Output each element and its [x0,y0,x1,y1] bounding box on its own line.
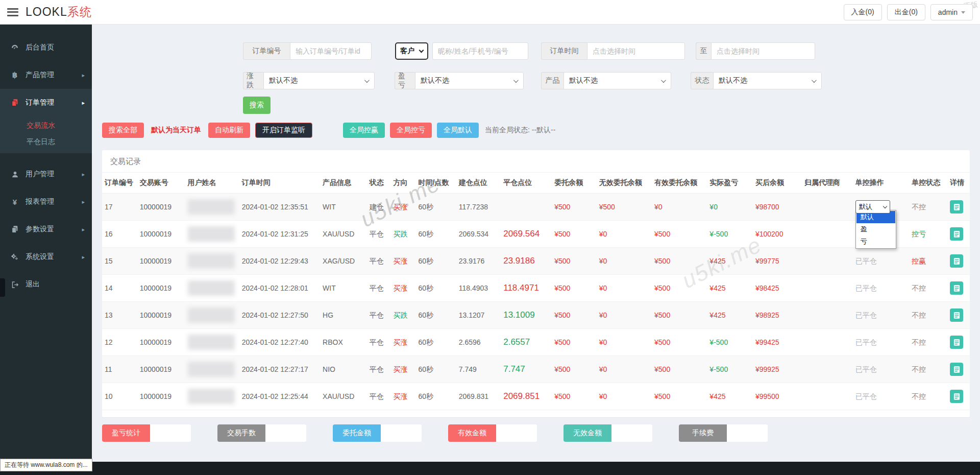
stats-row: 盈亏统计 交易手数 委托金额 有效金额 无效金额 手续费 [102,424,970,442]
col-actual-profit: 实际盈亏 [707,173,753,194]
cell-control-op: 已平仓 [853,329,909,356]
redacted-username [188,226,235,242]
redacted-username [188,362,235,377]
order-no-label: 订单编号 [243,42,290,60]
cell-product: XAG/USD [320,248,367,275]
cell-close-pos [501,194,552,221]
detail-button[interactable] [950,336,963,349]
sidebar-subitem-close-log[interactable]: 平仓日志 [0,135,92,153]
stat-invalid-value[interactable] [611,424,652,442]
profit-select[interactable]: 默认不选 [415,72,524,89]
bitcoin-icon: ฿ [10,70,19,80]
detail-button[interactable] [950,390,963,403]
side-panel-handle[interactable] [0,278,5,297]
cell-control-op: 已平仓 [853,302,909,329]
table-row: 10 10000019 2024-01-02 12:25:44 XAU/USD … [102,383,970,410]
stat-fee-value[interactable] [727,424,768,442]
time-from-input[interactable] [587,42,685,60]
stat-profit-label: 盈亏统计 [102,424,150,442]
chevron-down-icon [661,78,666,83]
global-lose-button[interactable]: 全局控亏 [390,123,432,138]
auto-refresh-button[interactable]: 自动刷新 [208,123,250,138]
gears-icon [10,252,19,262]
search-all-button[interactable]: 搜索全部 [102,123,144,138]
customer-input[interactable] [432,42,528,60]
cell-actual-profit: ¥425 [707,248,753,275]
stat-entrust-value[interactable] [381,424,422,442]
cell-after-balance: ¥98700 [753,194,802,221]
global-win-button[interactable]: 全局控赢 [343,123,385,138]
cell-status: 平仓 [367,275,391,302]
cell-invalid-entrust: ¥0 [597,275,652,302]
order-no-input[interactable] [290,42,372,60]
detail-button[interactable] [950,227,963,241]
detail-button[interactable] [950,363,963,376]
cell-order-id: 10 [102,383,137,410]
control-option[interactable]: 盈 [856,223,895,235]
cell-username [185,221,239,248]
withdraw-button[interactable]: 出金(0) [887,4,925,20]
col-valid-entrust: 有效委托余额 [652,173,707,194]
cell-after-balance: ¥100200 [753,221,802,248]
sidebar-item-orders[interactable]: 订单管理 ▸ [0,89,92,116]
cell-order-time: 2024-01-02 12:27:40 [239,329,320,356]
footer-bar [0,462,980,475]
cell-agent [802,329,853,356]
product-select[interactable]: 默认不选 [564,72,671,89]
sidebar-item-system[interactable]: 系统设置 ▸ [0,243,92,271]
stat-fee-label: 手续费 [679,424,727,442]
single-control-select[interactable]: 默认 [855,200,890,213]
cell-actual-profit: ¥425 [707,302,753,329]
cell-valid-entrust: ¥500 [652,356,707,383]
sidebar-item-users[interactable]: 用户管理 ▸ [0,160,92,188]
cell-product: WIT [320,275,367,302]
sidebar-toggle-icon[interactable] [7,8,18,16]
global-default-button[interactable]: 全局默认 [437,123,479,138]
stat-lots-value[interactable] [265,424,306,442]
updown-select[interactable]: 默认不选 [263,72,375,89]
col-account: 交易账号 [137,173,185,194]
select-value: 默认不选 [269,76,298,85]
sidebar-item-products[interactable]: ฿ 产品管理 ▸ [0,61,92,89]
cell-entrust-balance: ¥500 [552,356,597,383]
cell-valid-entrust: ¥500 [652,275,707,302]
sidebar-item-dashboard[interactable]: 后台首页 [0,34,92,61]
cell-duration: 60秒 [416,302,456,329]
cell-account: 10000019 [137,329,185,356]
time-to-input[interactable] [711,42,815,60]
stat-profit-value[interactable] [150,424,191,442]
sidebar-item-label: 参数设置 [26,225,54,234]
detail-button[interactable] [950,281,963,295]
customer-type-select[interactable]: 客户 [395,42,428,60]
cell-entrust-balance: ¥500 [552,383,597,410]
sidebar-item-params[interactable]: 参数设置 ▸ [0,216,92,243]
detail-button[interactable] [950,254,963,268]
chevron-down-icon [883,204,887,208]
app-logo[interactable]: LOOKL系统 [26,4,92,20]
sidebar-item-reports[interactable]: ¥ 报表管理 ▸ [0,188,92,216]
deposit-button[interactable]: 入金(0) [844,4,882,20]
cell-product: WIT [320,194,367,221]
col-after-balance: 买后余额 [753,173,802,194]
control-option[interactable]: 亏 [856,235,895,248]
order-listen-button[interactable]: 开启订单监听 [255,123,312,138]
trade-table: 订单编号 交易账号 用户姓名 订单时间 产品信息 状态 方向 时间/点数 建仓点… [102,173,970,410]
cell-actual-profit: ¥-500 [707,329,753,356]
cell-entrust-balance: ¥500 [552,221,597,248]
table-row: 17 10000019 2024-01-02 12:35:51 WIT 建仓 买… [102,194,970,221]
sidebar-item-logout[interactable]: 退出 [0,271,92,298]
cell-invalid-entrust: ¥0 [597,329,652,356]
filter-row-2: 涨跌 默认不选 盈亏 默认不选 产品 默认不选 状态 默认不选 [243,72,980,89]
status-select[interactable]: 默认不选 [713,72,822,89]
detail-button[interactable] [950,308,963,322]
col-detail: 详情 [947,173,970,194]
sidebar-subitem-trade-flow[interactable]: 交易流水 [0,116,92,135]
action-row: 搜索全部 默认为当天订单 自动刷新 开启订单监听 全局控赢 全局控亏 全局默认 … [102,123,980,138]
admin-menu-button[interactable]: admin [930,4,973,20]
search-button[interactable]: 搜索 [243,97,271,114]
detail-button[interactable] [950,200,963,213]
stat-valid-value[interactable] [496,424,537,442]
product-label: 产品 [541,72,564,89]
cell-open-pos: 13.1207 [456,302,501,329]
cell-close-pos: 2069.564 [501,221,552,248]
